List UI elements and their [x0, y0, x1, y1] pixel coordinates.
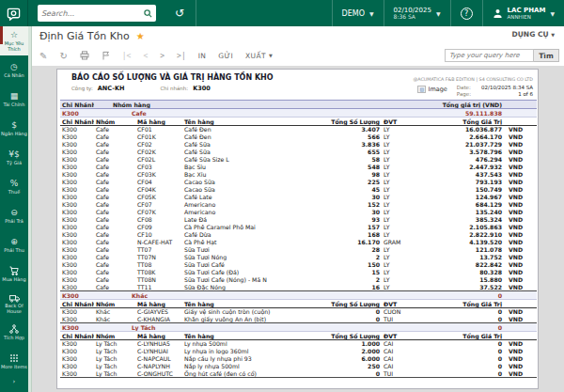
- table-row[interactable]: K300 Cafe TT07 Sữa Tươi 28 LY 121.078 VN…: [60, 246, 537, 254]
- user-company: ANNHIEN: [508, 14, 546, 20]
- sidebar-item-phải-trả[interactable]: ⊖Phải Trả: [0, 201, 28, 230]
- column-header-row: Chi NhánhNhómMã hàngTên hàngTổng Số Lượn…: [60, 300, 537, 308]
- sidebar-item-tích-hợp[interactable]: Tích Hợp: [0, 318, 28, 347]
- cell-currency: VND: [504, 171, 537, 179]
- group-row[interactable]: K300 Khác 0: [60, 291, 537, 300]
- table-row[interactable]: K300 Cafe N-CAFE-HAT Cà Phê Hạt 16.170 G…: [60, 239, 537, 246]
- cell-group: Khác: [94, 308, 135, 316]
- last-page-button[interactable]: >|: [177, 52, 186, 60]
- table-row[interactable]: K300 Ly Tách C-NAPLYNH Nắp ly nhựa 500ml…: [60, 363, 537, 370]
- table-row[interactable]: K300 Ly Tách C-ONGHUTC Ống hút café (đen…: [60, 370, 537, 378]
- table-row[interactable]: K300 Cafe CF01K Café Đen 566 LY 2.664.17…: [60, 133, 537, 141]
- tools-menu-button[interactable]: DỤNG CỤ ▼: [512, 30, 555, 39]
- table-row[interactable]: K300 Cafe CF01 Café Đen 3.407 LY 16.036.…: [60, 126, 537, 133]
- table-row[interactable]: K300 Cafe TT08N Sữa Tươi Cafe (Nóng) - M…: [60, 276, 537, 284]
- sidebar-item-phải-thu[interactable]: ⊕Phải Thu: [0, 230, 28, 259]
- table-row[interactable]: K300 Cafe TT11 Sữa Đặc Nóng 16 LY 37.522…: [60, 284, 537, 291]
- printer-icon[interactable]: [80, 51, 89, 60]
- table-row[interactable]: K300 Cafe CF09 Cà Phê Caramel Phô Mai 15…: [60, 224, 537, 231]
- cell-quantity: 30: [320, 209, 382, 216]
- cell-group: Cafe: [94, 239, 135, 246]
- global-search[interactable]: [38, 5, 156, 22]
- table-row[interactable]: K300 Ly Tách C-LYNHUAI Ly nhựa in logo 3…: [60, 348, 537, 355]
- cell-branch: K300: [60, 254, 94, 261]
- cell-branch: K300: [60, 231, 94, 239]
- sidebar-item-mua-hàng[interactable]: Mua Hàng: [0, 259, 28, 289]
- sidebar-expand-chevron-icon[interactable]: ›: [0, 376, 28, 387]
- company-value: ANC-KH: [98, 85, 125, 92]
- table-row[interactable]: K300 Cafe CF05K Café Late 30 LY 124.967 …: [60, 194, 537, 201]
- table-row[interactable]: K300 Cafe CF03K Bạc Xỉu 98 LY 437.543 VN…: [60, 171, 537, 179]
- cell-group: Cafe: [94, 254, 135, 261]
- cell-currency: VND: [504, 269, 537, 276]
- table-row[interactable]: K300 Cafe CF10 Café Dừa 168 LY 2.822.910…: [60, 231, 537, 239]
- table-row[interactable]: K300 Cafe CF08 Late Đá 93 LY 385.324 VND: [60, 216, 537, 224]
- report-band-header: Chi Nhánh Nhóm hàng Tổng giá trị (VND): [60, 101, 537, 109]
- sidebar-item-label: Phải Trả: [4, 218, 24, 225]
- export-button[interactable]: XUẤT▼: [245, 52, 273, 60]
- table-row[interactable]: K300 Cafe TT08 Sữa Tươi Café 150 LY 822.…: [60, 261, 537, 269]
- sidebar-item-back-of-house[interactable]: Back Of House: [0, 289, 28, 318]
- table-row[interactable]: K300 Cafe CF02K Café Sữa 655 LY 3.578.79…: [60, 149, 537, 156]
- column-header: ĐVT: [382, 118, 419, 126]
- environment-selector[interactable]: DEMO ▼: [333, 0, 384, 26]
- refresh-icon[interactable]: ↻: [59, 51, 67, 61]
- table-row[interactable]: K300 Cafe CF04K Cacao Sữa 45 LY 150.749 …: [60, 186, 537, 194]
- search-icon[interactable]: [144, 9, 152, 18]
- cell-item-name: Café Late: [182, 194, 320, 201]
- sidebar-item-tỷ-giá[interactable]: ¥$Tỷ Giá: [0, 143, 28, 172]
- cell-value: 3.578.796: [419, 149, 504, 156]
- table-row[interactable]: K300 Cafe CF07K Americano 30 LY 135.240 …: [60, 209, 537, 216]
- recent-history-icon[interactable]: ↺: [164, 0, 196, 26]
- cell-item-name: Café Sữa: [182, 141, 320, 149]
- table-row[interactable]: K300 Khác C-KHANGIA Khăn giấy vuông An A…: [60, 316, 537, 323]
- table-row[interactable]: K300 Cafe TT07N Sữa Tươi Nóng 2 LY 13.75…: [60, 254, 537, 261]
- broken-image-placeholder: ▨ Image: [417, 86, 446, 93]
- prev-page-button[interactable]: <: [143, 52, 148, 60]
- print-button[interactable]: IN: [198, 52, 207, 60]
- table-row[interactable]: K300 Cafe CF07 Americano 152 LY 684.129 …: [60, 201, 537, 209]
- flag-icon[interactable]: [102, 51, 110, 60]
- find-button[interactable]: Tìm: [534, 49, 559, 62]
- sidebar-item-cá-nhân[interactable]: ◷Cá Nhân: [0, 55, 28, 85]
- cell-item-name: Sữa Tươi Cafe (Nóng) - Mã N: [182, 276, 320, 284]
- cell-item-code: CF03K: [135, 171, 182, 179]
- sidebar-item-ngân-hàng[interactable]: $Ngân Hàng: [0, 114, 28, 143]
- cell-group: Cafe: [94, 201, 135, 209]
- sidebar-item-mục-yêu-thích[interactable]: ☆Mục Yêu Thích: [0, 26, 28, 55]
- cell-branch: K300: [60, 224, 94, 231]
- table-row[interactable]: K300 Cafe CF02L Café Sữa Size L 58 LY 47…: [60, 156, 537, 164]
- first-page-button[interactable]: |<: [122, 52, 132, 60]
- next-page-button[interactable]: >: [160, 52, 164, 60]
- cell-currency: VND: [504, 156, 537, 164]
- table-row[interactable]: K300 Cafe TT08K Sữa Tươi Cafe (Đá) 15 LY…: [60, 269, 537, 276]
- table-row[interactable]: K300 Cafe CF03 Bạc Sỉu 548 LY 2.447.932 …: [60, 164, 537, 171]
- help-button[interactable]: ?: [451, 0, 482, 26]
- sidebar-item-thuế[interactable]: %Thuế: [0, 172, 28, 201]
- group-row[interactable]: K300 Ly Tách 0: [60, 323, 537, 332]
- table-row[interactable]: K300 Cafe CF04 Cacao Sữa 225 LY 793.193 …: [60, 179, 537, 186]
- cell-quantity: 6.000: [320, 355, 382, 363]
- cell-value: 0: [419, 363, 504, 370]
- send-button[interactable]: GỬI: [218, 52, 233, 60]
- cell-value: 135.240: [419, 209, 504, 216]
- table-row[interactable]: K300 Ly Tách C-NAPCAUL Nắp cầu ly nhựa p…: [60, 355, 537, 363]
- favorite-star-icon[interactable]: ★: [136, 31, 145, 41]
- sidebar-item-more-items[interactable]: More Items: [0, 347, 28, 376]
- app-logo[interactable]: [0, 0, 28, 26]
- cell-value: 0: [419, 340, 504, 348]
- table-row[interactable]: K300 Cafe CF02 Café Sữa 3.836 LY 21.037.…: [60, 141, 537, 149]
- edit-pencil-icon[interactable]: ✎: [39, 51, 47, 61]
- business-date-selector[interactable]: 02/10/2025 8:36 SA ▼: [384, 0, 450, 26]
- global-search-input[interactable]: [41, 9, 144, 18]
- report-title: BÁO CÁO SỐ LƯỢNG VÀ GIÁ TRỊ HÀNG TỒN KHO: [71, 73, 274, 82]
- sidebar-item-tài-chính[interactable]: ▦Tài Chính: [0, 85, 28, 114]
- table-row[interactable]: K300 Ly Tách C-LYNHUA5 Ly nhựa 500ml 1.0…: [60, 340, 537, 348]
- user-menu[interactable]: LAC PHAM ANNHIEN ▼: [483, 0, 564, 26]
- table-row[interactable]: K300 Khác C-GIAYVES Giấy vệ sinh cuộn tr…: [60, 308, 537, 316]
- cell-item-name: Ống hút café (đen có cổ): [182, 370, 320, 378]
- group-total: 59.111.838: [419, 109, 504, 118]
- query-input[interactable]: [445, 49, 534, 62]
- group-row[interactable]: K300 Cafe 59.111.838: [60, 109, 537, 118]
- chevron-down-icon: ▼: [369, 10, 374, 17]
